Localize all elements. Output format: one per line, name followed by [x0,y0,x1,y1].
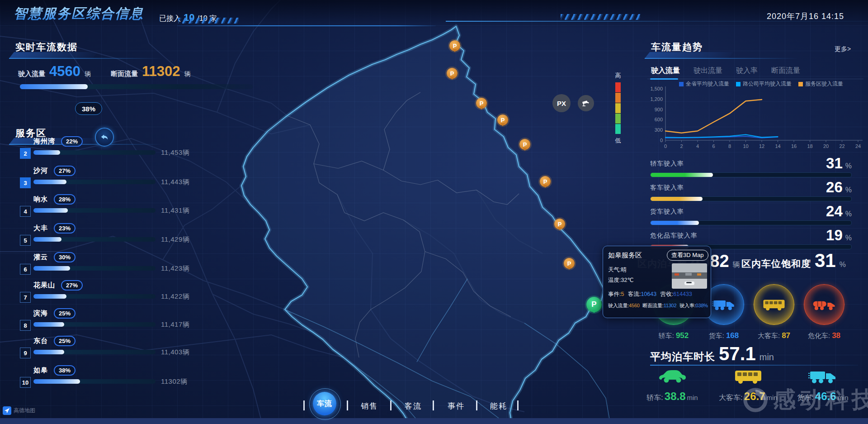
service-area-value: 11,431辆 [161,206,189,215]
service-area-rank: 6 [20,264,31,275]
rate-row-truck: 货车驶入率 24% [650,207,852,216]
rate-row-coach: 客车驶入率 26% [650,183,852,192]
service-area-row[interactable]: 响水28% 4 11,431辆 [0,194,217,221]
header-stripes-right [561,14,640,20]
service-area-rank: 2 [20,148,31,159]
service-facility-button[interactable]: PX [552,94,571,112]
svg-text:22: 22 [839,143,844,149]
service-area-row[interactable]: 滨海25% 8 11,417辆 [0,308,217,335]
service-area-value: 11,423辆 [161,264,189,273]
rate-bar-truck [650,220,852,225]
tab-inflow[interactable]: 驶入流量 [651,66,680,80]
nav-item-events[interactable]: 事件 [448,401,465,411]
nav-item-traffic[interactable]: 车流 [313,392,336,415]
rate-label: 货车驶入率 [650,208,684,215]
service-area-name: 如皋 [33,366,48,375]
service-area-rank: 3 [20,177,31,188]
service-area-row[interactable]: 花果山27% 7 11,422辆 [0,280,217,307]
traffic-trend-title: 车流量趋势 [651,41,703,53]
svg-text:12: 12 [759,143,764,149]
parking-marker[interactable]: P [476,98,487,109]
page-title: 智慧服务区综合信息 [14,5,144,23]
nav-item-energy[interactable]: 能耗 [490,401,507,411]
svg-text:24: 24 [855,143,861,149]
parking-marker[interactable]: P [497,114,508,125]
rate-unit: % [845,234,852,242]
service-area-value: 11,453辆 [161,148,189,157]
map-attribution: 高德地图 [3,406,35,415]
service-area-bar [33,294,156,299]
duration-truck: 货车:46.6min [789,367,857,403]
service-area-bar [33,379,156,384]
parking-marker[interactable]: P [540,176,551,187]
tab-outflow[interactable]: 驶出流量 [693,66,722,80]
view-3d-map-button[interactable]: 查看3D Map [667,250,708,261]
nav-separator [347,400,348,410]
traffic-trend-chart: 03006009001,2001,50002468101214161820222… [647,84,863,153]
car-icon [658,367,687,386]
parking-marker[interactable]: P [447,68,458,79]
nav-separator [517,400,519,410]
nav-item-passenger[interactable]: 客流 [405,401,422,411]
rate-unit: % [845,186,852,194]
tab-inflow-rate[interactable]: 驶入率 [736,66,758,80]
service-area-name: 大丰 [33,224,48,233]
parking-marker[interactable]: P [519,139,530,150]
service-area-row[interactable]: 灌云30% 6 11,423辆 [0,252,217,279]
svg-text:1,200: 1,200 [650,96,663,102]
svg-text:14: 14 [775,143,780,149]
service-area-percent-pill: 23% [54,223,75,233]
parking-marker[interactable]: P [554,219,565,229]
service-area-name: 海州湾 [33,137,55,146]
heat-scale: 高 低 [610,71,626,145]
rate-row-car: 轿车驶入率 31% [650,159,852,168]
inflow-label: 驶入流量 [18,70,45,78]
service-area-value: 11,422辆 [161,292,189,301]
tanker-circle [804,284,844,325]
rate-bar-car [650,172,852,177]
rate-value: 26 [826,179,843,196]
realtime-progress-badge: 38% [75,102,102,115]
amap-logo-icon [3,406,11,415]
province-boundary-glow [241,26,604,424]
service-area-row[interactable]: 沙河27% 3 11,443辆 [0,166,217,193]
service-area-row[interactable]: 如皋38% 10 11302辆 [0,365,217,392]
svg-text:600: 600 [655,117,663,122]
parking-marker-active[interactable]: P [586,297,602,312]
nav-item-sales[interactable]: 销售 [361,401,378,411]
trend-tabs: 驶入流量 驶出流量 驶入率 断面流量 [651,66,800,80]
tooltip-stats-line: 事件:5 客流:10643 营收:614433 [608,291,692,298]
tooltip-weather: 天气:晴 [608,266,627,274]
parking-marker[interactable]: P [564,258,575,269]
inflow-unit: 辆 [85,70,91,78]
tab-cross-section[interactable]: 断面流量 [771,66,800,80]
service-area-name: 沙河 [33,167,48,175]
svg-text:8: 8 [728,143,731,149]
svg-text:18: 18 [807,143,812,149]
rate-label: 危化品车驶入率 [650,232,698,239]
service-area-tooltip: 如皋服务区 查看3D Map 天气:晴 温度:32℃ 事件:5 客流:10643… [603,246,711,318]
scale-low-label: 低 [610,137,626,145]
svg-text:20: 20 [823,143,829,149]
service-area-value: 11,443辆 [161,178,189,186]
service-area-value: 11,429辆 [161,235,189,244]
service-area-name: 东台 [33,337,48,345]
header-divider-left [177,25,436,26]
service-area-row[interactable]: 东台25% 9 11,403辆 [0,336,217,363]
more-link[interactable]: 更多> [835,45,851,53]
svg-text:300: 300 [655,127,663,133]
current-datetime: 2020年7月16 14:15 [767,11,844,22]
service-area-row[interactable]: 海州湾22% 2 11,453辆 [0,136,217,163]
connected-label: 已接入 [159,14,181,24]
rate-value: 19 [826,227,843,244]
service-area-row[interactable]: 大丰23% 5 11,429辆 [0,223,217,250]
rate-value: 24 [826,203,843,220]
camera-button[interactable] [578,95,594,111]
parking-marker[interactable]: P [449,40,460,51]
service-area-percent-pill: 38% [54,365,75,376]
service-area-percent-pill: 27% [61,280,83,291]
zone-saturation: 区内车位饱和度 31 % [741,250,846,272]
service-area-photo [672,263,707,289]
truck-icon [808,367,837,386]
service-area-percent-pill: 28% [54,194,75,205]
